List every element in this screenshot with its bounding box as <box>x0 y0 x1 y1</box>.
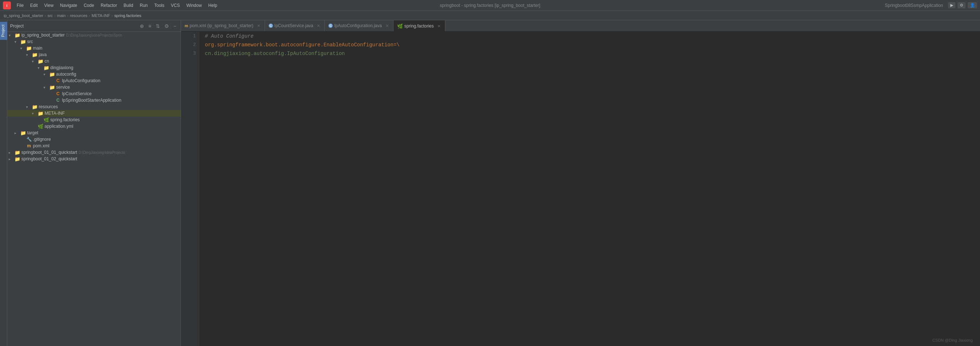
profile-button[interactable]: 👤 <box>968 2 977 8</box>
line-numbers: 1 2 3 <box>181 32 199 346</box>
tree-arrow-autoconfig <box>43 72 49 76</box>
code-line-3: cn.dingjiaxiong.autoconfig.IpAutoConfigu… <box>205 49 980 58</box>
tab-ipautoconfiguration[interactable]: C IpAutoConfiguration.java ✕ <box>325 20 393 31</box>
code-comment-1: # Auto Configure <box>205 32 253 41</box>
tab-close-ipcountservice[interactable]: ✕ <box>316 24 321 28</box>
tree-label-spring-factories: spring.factories <box>50 117 80 122</box>
breadcrumb-resources[interactable]: resources <box>70 13 87 18</box>
tree-item-spring-factories[interactable]: 🌿 spring.factories <box>7 117 181 123</box>
breadcrumb-main[interactable]: main <box>57 13 65 18</box>
breadcrumb-meta-inf[interactable]: META-INF <box>92 13 110 18</box>
code-line-2: org.springframework.boot.autoconfigure.E… <box>205 41 980 49</box>
tree-item-ipspringbootstarterapplication[interactable]: C IpSpringBootStarterApplication <box>7 97 181 103</box>
tree-arrow-sb0101 <box>9 151 14 154</box>
tree-item-sb0102[interactable]: 📁 springboot_01_02_quickstart <box>7 156 181 162</box>
tab-icon-ipautoconfiguration: C <box>328 24 333 28</box>
menu-help[interactable]: Help <box>205 2 220 9</box>
folder-icon-java: 📁 <box>32 52 38 57</box>
breadcrumb-file[interactable]: spring.factories <box>115 13 142 18</box>
tree-item-resources[interactable]: 📁 resources <box>7 103 181 110</box>
breadcrumb-src[interactable]: src <box>48 13 53 18</box>
project-tab[interactable]: Project <box>0 22 7 40</box>
left-tabs: Project <box>0 20 7 346</box>
tree-item-service[interactable]: 📁 service <box>7 84 181 90</box>
menu-window[interactable]: Window <box>183 2 205 9</box>
tree-item-application-yml[interactable]: 🌿 application.yml <box>7 123 181 130</box>
menu-navigate[interactable]: Navigate <box>57 2 80 9</box>
menu-vcs[interactable]: VCS <box>168 2 183 9</box>
menu-view[interactable]: View <box>41 2 56 9</box>
tree-item-ipautoconfiguration[interactable]: C IpAutoConfiguration <box>7 78 181 84</box>
tree-arrow-target <box>14 131 20 135</box>
run-button[interactable]: ▶ <box>948 2 955 8</box>
tree-item-root[interactable]: 📁 ip_spring_boot_starter D:\DingJiaxiong… <box>7 32 181 38</box>
breadcrumb-project[interactable]: ip_spring_boot_starter <box>4 13 43 18</box>
folder-icon-service: 📁 <box>49 85 55 90</box>
menu-edit[interactable]: Edit <box>27 2 41 9</box>
gitignore-icon: 🔧 <box>26 137 32 142</box>
project-icon-sb0101: 📁 <box>14 150 20 155</box>
tree-item-java[interactable]: 📁 java <box>7 51 181 58</box>
tree-item-ipcountservice[interactable]: C IpCountService <box>7 90 181 97</box>
menu-code[interactable]: Code <box>81 2 97 9</box>
tab-close-pom[interactable]: ✕ <box>256 24 261 28</box>
code-line-1: # Auto Configure <box>205 32 980 41</box>
project-tree: 📁 ip_spring_boot_starter D:\DingJiaxiong… <box>7 32 181 346</box>
collapse-all-button[interactable]: ≡ <box>147 22 153 30</box>
menu-file[interactable]: File <box>14 2 26 9</box>
tab-icon-spring-factories: 🌿 <box>397 24 403 29</box>
tree-label-cn: cn <box>45 59 49 64</box>
tab-close-ipautoconfiguration[interactable]: ✕ <box>385 24 390 28</box>
tree-label-autoconfig: autoconfig <box>56 71 76 77</box>
sidebar-title: Project <box>10 24 138 29</box>
xml-file-icon: m <box>26 143 32 148</box>
tab-pom[interactable]: m pom.xml (ip_spring_boot_starter) ✕ <box>181 20 265 31</box>
code-area[interactable]: # Auto Configure org.springframework.boo… <box>199 32 980 346</box>
menu-tools[interactable]: Tools <box>151 2 167 9</box>
run-app-label: Springboot08SsmpApplication <box>885 3 943 8</box>
line-num-3: 3 <box>181 49 196 58</box>
tree-label-ipcountservice: IpCountService <box>62 91 92 96</box>
locate-file-button[interactable]: ⊕ <box>138 22 146 30</box>
tab-ipcountservice[interactable]: C IpCountService.java ✕ <box>265 20 325 31</box>
hide-button[interactable]: − <box>172 22 178 30</box>
tree-item-gitignore[interactable]: 🔧 .gitignore <box>7 136 181 143</box>
tree-item-autoconfig[interactable]: 📁 autoconfig <box>7 71 181 78</box>
menu-run[interactable]: Run <box>137 2 151 9</box>
sort-button[interactable]: ⇅ <box>154 22 161 30</box>
tab-close-spring-factories[interactable]: ✕ <box>437 24 441 29</box>
tree-path-sb0101: D:\DingJiaxiong\IdeaProjects <box>78 151 125 154</box>
editor-area: m pom.xml (ip_spring_boot_starter) ✕ C I… <box>181 20 980 346</box>
settings-button[interactable]: ⚙ <box>163 22 170 30</box>
tree-item-main[interactable]: 📁 main <box>7 45 181 51</box>
menu-refactor[interactable]: Refactor <box>98 2 120 9</box>
tree-item-dingjiaxiong[interactable]: 📁 dingjiaxiong <box>7 64 181 71</box>
title-bar-right: Springboot08SsmpApplication ▶ ⚙ 👤 <box>885 2 977 8</box>
tree-label-meta-inf: META-INF <box>45 111 65 116</box>
tree-item-pom-xml[interactable]: m pom.xml <box>7 143 181 149</box>
tree-item-meta-inf[interactable]: 📁 META-INF <box>7 110 181 117</box>
tree-arrow-root <box>9 33 14 37</box>
project-icon-sb0102: 📁 <box>14 156 20 162</box>
tree-item-target[interactable]: 📁 target <box>7 130 181 136</box>
tree-item-sb0101[interactable]: 📁 springboot_01_01_quickstart D:\DingJia… <box>7 149 181 156</box>
tab-spring-factories[interactable]: 🌿 spring.factories ✕ <box>393 20 445 31</box>
tab-label-ipautoconfiguration: IpAutoConfiguration.java <box>334 23 382 28</box>
tree-label-sb0101: springboot_01_01_quickstart <box>21 150 77 155</box>
yml-file-icon: 🌿 <box>38 124 43 129</box>
tree-path-root: D:\DingJiaxiong\IdeaProjects\Sprin <box>66 33 122 37</box>
editor-tabs: m pom.xml (ip_spring_boot_starter) ✕ C I… <box>181 20 980 32</box>
menu-build[interactable]: Build <box>121 2 136 9</box>
folder-icon-src: 📁 <box>20 39 26 44</box>
tree-label-ipautoconfiguration: IpAutoConfiguration <box>62 78 100 83</box>
tree-item-src[interactable]: 📁 src <box>7 38 181 45</box>
debug-button[interactable]: ⚙ <box>958 2 966 8</box>
tree-arrow-resources <box>26 105 32 109</box>
tree-label-pom: pom.xml <box>33 143 49 148</box>
tree-label-java: java <box>39 52 47 57</box>
tree-item-cn[interactable]: 📁 cn <box>7 58 181 64</box>
folder-icon-cn: 📁 <box>38 59 43 64</box>
tree-label-dingjiaxiong: dingjiaxiong <box>50 65 73 70</box>
tree-arrow-src <box>14 40 20 44</box>
tree-label-gitignore: .gitignore <box>33 137 51 142</box>
